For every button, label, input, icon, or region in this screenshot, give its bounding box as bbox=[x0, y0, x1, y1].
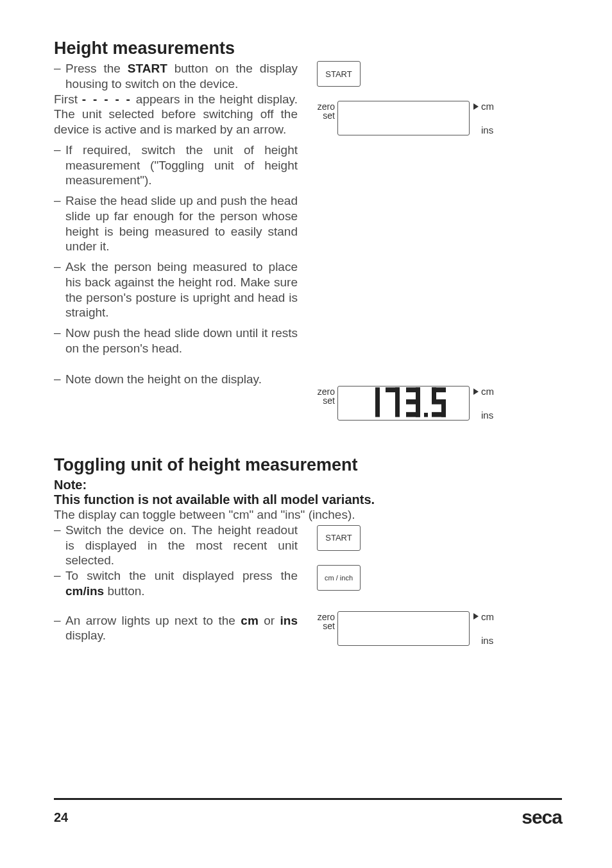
text: Ask the person being measured to place h… bbox=[65, 259, 298, 320]
ins-label: ins bbox=[481, 410, 493, 421]
text: An arrow lights up next to the bbox=[65, 614, 241, 627]
section-heading-toggle: Toggling unit of height measurement bbox=[54, 455, 562, 475]
note-label: Note: bbox=[54, 478, 562, 492]
svg-rect-7 bbox=[424, 413, 428, 417]
ins-label: ins bbox=[481, 125, 493, 135]
set-label: set bbox=[310, 396, 335, 405]
lcd-screen bbox=[337, 611, 470, 646]
arrow-right-icon bbox=[473, 103, 479, 110]
paragraph: The display can toggle between "cm" and … bbox=[54, 507, 562, 523]
set-label: set bbox=[310, 111, 335, 120]
text: First bbox=[54, 92, 82, 106]
bold-text: cm bbox=[241, 614, 258, 627]
text: If required, switch the unit of height m… bbox=[65, 143, 298, 188]
svg-rect-2 bbox=[395, 387, 400, 417]
text: Switch the device on. The height readout… bbox=[65, 523, 298, 568]
text: Raise the head slide up and push the hea… bbox=[65, 193, 298, 254]
cm-label: cm bbox=[481, 386, 494, 397]
display-illustration-empty: zero set cm ins bbox=[310, 611, 562, 646]
start-button-illustration: START bbox=[317, 61, 361, 87]
bold-text: ins bbox=[280, 614, 298, 627]
bullet-item: – If required, switch the unit of height… bbox=[54, 143, 298, 188]
arrow-right-icon bbox=[473, 388, 479, 395]
page-number: 24 bbox=[54, 810, 68, 825]
bullet-item: – Raise the head slide up and push the h… bbox=[54, 193, 298, 254]
bullet-item: – Now push the head slide down until it … bbox=[54, 326, 298, 356]
zero-label: zero bbox=[310, 387, 335, 396]
brand-logo: seca bbox=[522, 806, 562, 828]
start-button-illustration: START bbox=[317, 525, 361, 551]
lcd-screen bbox=[337, 386, 470, 421]
ins-label: ins bbox=[481, 635, 493, 646]
svg-rect-6 bbox=[416, 387, 420, 417]
svg-rect-12 bbox=[432, 412, 446, 417]
text: button. bbox=[104, 584, 144, 598]
bullet-item: – Note down the height on the display. bbox=[54, 372, 298, 387]
svg-rect-0 bbox=[375, 387, 380, 417]
display-illustration-empty: zero set cm ins bbox=[310, 101, 562, 135]
text: Press the bbox=[65, 62, 128, 75]
text: Note down the height on the display. bbox=[65, 372, 298, 387]
page-footer: 24 seca bbox=[54, 798, 562, 828]
note-text: This function is not available with all … bbox=[54, 492, 562, 507]
bold-text: cm/ins bbox=[65, 584, 104, 598]
zero-label: zero bbox=[310, 612, 335, 621]
bullet-item: – To switch the unit displayed press the… bbox=[54, 568, 298, 599]
text: Now push the head slide down until it re… bbox=[65, 326, 298, 356]
arrow-right-icon bbox=[473, 613, 479, 620]
bullet-item: – Press the START button on the display … bbox=[54, 61, 298, 92]
lcd-screen bbox=[337, 101, 470, 135]
bullet-item: – An arrow lights up next to the cm or i… bbox=[54, 613, 298, 644]
bold-text: START bbox=[128, 62, 167, 75]
text: display. bbox=[65, 629, 106, 642]
text: or bbox=[259, 614, 280, 627]
bullet-item: – Switch the device on. The height reado… bbox=[54, 523, 298, 568]
seven-segment-value bbox=[336, 383, 464, 421]
section-heading-height: Height measurements bbox=[54, 39, 562, 58]
set-label: set bbox=[310, 621, 335, 630]
text: To switch the unit displayed press the bbox=[65, 569, 298, 582]
lcd-value bbox=[336, 383, 464, 430]
cm-label: cm bbox=[481, 611, 494, 622]
dashes: - - - - - bbox=[82, 92, 132, 106]
cm-label: cm bbox=[481, 101, 494, 112]
paragraph: First - - - - - appears in the height di… bbox=[54, 92, 298, 137]
cm-inch-button-illustration: cm / inch bbox=[317, 565, 361, 591]
display-illustration-value: zero set bbox=[310, 386, 562, 421]
bullet-item: – Ask the person being measured to place… bbox=[54, 259, 298, 320]
zero-label: zero bbox=[310, 102, 335, 111]
